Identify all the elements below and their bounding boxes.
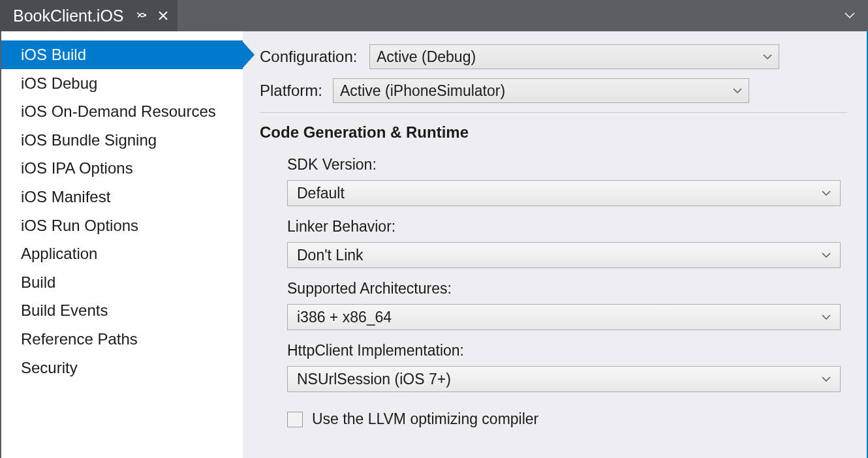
sidebar-item-ios-run-options[interactable]: iOS Run Options xyxy=(1,211,243,240)
supported-architectures-value: i386 + x86_64 xyxy=(297,309,392,326)
platform-label: Platform: xyxy=(260,82,333,100)
sidebar-item-label: Security xyxy=(21,359,78,376)
httpclient-implementation-label: HttpClient Implementation: xyxy=(287,342,847,359)
divider xyxy=(260,112,847,113)
sidebar-item-label: Build xyxy=(21,273,55,291)
configuration-select[interactable]: Active (Debug) xyxy=(369,44,779,69)
sidebar-item-application[interactable]: Application xyxy=(1,239,243,268)
sidebar-item-security[interactable]: Security xyxy=(1,354,243,382)
llvm-checkbox[interactable] xyxy=(287,412,303,427)
chevron-down-icon xyxy=(822,252,831,258)
chevron-down-icon xyxy=(733,88,742,93)
httpclient-implementation-select[interactable]: NSUrlSession (iOS 7+) xyxy=(287,366,841,392)
platform-value: Active (iPhoneSimulator) xyxy=(340,82,505,100)
sidebar-item-reference-paths[interactable]: Reference Paths xyxy=(1,325,243,354)
sidebar-item-label: iOS IPA Options xyxy=(21,159,133,177)
sidebar-item-label: iOS Run Options xyxy=(21,217,138,234)
main-panel: Configuration: Active (Debug) Platform: … xyxy=(243,31,868,458)
close-icon[interactable] xyxy=(158,10,168,21)
linker-behavior-select[interactable]: Don't Link xyxy=(287,242,841,268)
platform-select[interactable]: Active (iPhoneSimulator) xyxy=(333,78,749,103)
sidebar-item-ios-bundle-signing[interactable]: iOS Bundle Signing xyxy=(1,126,243,155)
sidebar-item-label: iOS Build xyxy=(21,46,86,63)
dropdown-icon[interactable] xyxy=(845,12,855,19)
sidebar-item-ios-ipa-options[interactable]: iOS IPA Options xyxy=(1,154,243,183)
sidebar-item-ios-on-demand-resources[interactable]: iOS On-Demand Resources xyxy=(1,97,243,126)
configuration-value: Active (Debug) xyxy=(377,48,476,66)
sidebar-item-label: iOS On-Demand Resources xyxy=(21,102,216,120)
supported-architectures-select[interactable]: i386 + x86_64 xyxy=(287,304,841,330)
chevron-down-icon xyxy=(822,314,831,320)
linker-behavior-value: Don't Link xyxy=(297,247,364,264)
sidebar-item-label: iOS Bundle Signing xyxy=(21,131,157,149)
llvm-checkbox-label: Use the LLVM optimizing compiler xyxy=(312,410,538,428)
section-title: Code Generation & Runtime xyxy=(260,123,847,142)
supported-architectures-label: Supported Architectures: xyxy=(287,280,847,298)
sdk-version-label: SDK Version: xyxy=(287,156,847,174)
sidebar-item-build[interactable]: Build xyxy=(1,268,243,297)
document-tab[interactable]: BookClient.iOS xyxy=(0,0,178,31)
sidebar: iOS Build iOS Debug iOS On-Demand Resour… xyxy=(1,31,243,458)
chevron-down-icon xyxy=(822,191,831,196)
sidebar-item-ios-build[interactable]: iOS Build xyxy=(1,40,243,69)
sidebar-item-label: iOS Manifest xyxy=(21,188,110,206)
pin-icon[interactable] xyxy=(134,10,146,22)
sidebar-item-ios-manifest[interactable]: iOS Manifest xyxy=(1,183,243,211)
sidebar-item-label: iOS Debug xyxy=(21,74,97,92)
tab-title: BookClient.iOS xyxy=(13,7,124,25)
titlebar: BookClient.iOS xyxy=(0,0,868,31)
sidebar-item-ios-debug[interactable]: iOS Debug xyxy=(1,69,243,98)
configuration-label: Configuration: xyxy=(260,48,369,66)
sidebar-item-build-events[interactable]: Build Events xyxy=(1,296,243,325)
sdk-version-select[interactable]: Default xyxy=(287,180,841,206)
chevron-down-icon xyxy=(763,54,772,59)
sidebar-item-label: Application xyxy=(21,245,97,262)
httpclient-implementation-value: NSUrlSession (iOS 7+) xyxy=(297,371,451,388)
sidebar-item-label: Build Events xyxy=(21,301,108,319)
sidebar-item-label: Reference Paths xyxy=(21,330,138,348)
linker-behavior-label: Linker Behavior: xyxy=(287,218,847,236)
sdk-version-value: Default xyxy=(297,185,345,202)
chevron-down-icon xyxy=(822,376,831,382)
